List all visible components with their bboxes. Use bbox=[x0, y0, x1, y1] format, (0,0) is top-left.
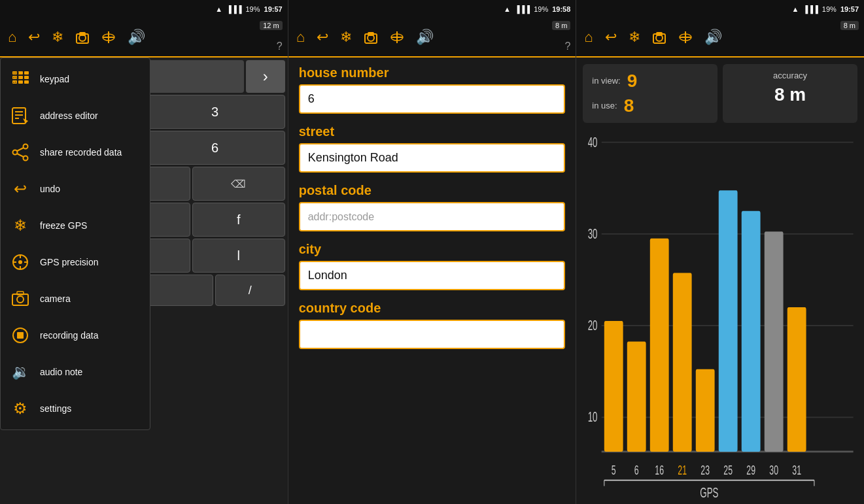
undo-btn-3[interactable]: ↩ bbox=[602, 26, 619, 48]
country-input[interactable] bbox=[299, 320, 566, 349]
freeze-btn-2[interactable]: ❄ bbox=[337, 26, 354, 48]
speaker-btn[interactable]: 🔊 bbox=[125, 26, 148, 48]
svg-rect-10 bbox=[18, 76, 23, 79]
speaker-btn-3[interactable]: 🔊 bbox=[702, 26, 725, 48]
svg-rect-14 bbox=[24, 80, 29, 84]
x-label-30: 30 bbox=[770, 462, 779, 477]
gps-accuracy-box: accuracy 8 m bbox=[723, 64, 857, 123]
menu-label-settings: settings bbox=[40, 403, 71, 414]
gps-chart: 40 30 20 10 bbox=[583, 131, 857, 497]
menu-label-recording: recording data bbox=[40, 330, 99, 341]
battery-label-2: 19% bbox=[534, 5, 548, 13]
svg-text:a b c: a b c bbox=[13, 81, 18, 84]
svg-line-26 bbox=[17, 154, 24, 157]
distance-label-3: 8 m bbox=[840, 21, 859, 30]
bar-6 bbox=[719, 190, 738, 452]
signal-icon: ▐▐▐ bbox=[226, 5, 241, 13]
keyboard-arrow-btn[interactable]: › bbox=[246, 60, 285, 93]
menu-item-gps-precision[interactable]: GPS precision bbox=[1, 244, 150, 280]
svg-point-23 bbox=[24, 156, 28, 161]
city-input[interactable] bbox=[299, 261, 566, 290]
panel1-main: 1 2 3 4 5 6 a b c keypad bbox=[0, 58, 288, 504]
svg-text:4 5 6: 4 5 6 bbox=[13, 76, 20, 79]
camera-btn-3[interactable] bbox=[649, 27, 669, 47]
field-city: city bbox=[299, 242, 566, 290]
key-6[interactable]: 6 bbox=[145, 131, 285, 165]
in-use-value: 8 bbox=[624, 95, 634, 116]
x-label-21: 21 bbox=[678, 462, 687, 477]
time-label-2: 19:58 bbox=[552, 5, 570, 13]
y-label-20: 20 bbox=[588, 316, 598, 333]
menu-label-share: share recorded data bbox=[40, 147, 122, 158]
svg-rect-11 bbox=[24, 76, 29, 79]
menu-item-camera[interactable]: camera bbox=[1, 280, 150, 317]
satellite-btn-2[interactable] bbox=[387, 27, 407, 47]
satellite-btn[interactable] bbox=[99, 27, 118, 47]
menu-label-address-editor: address editor bbox=[40, 110, 98, 122]
wifi-icon-3: ▲ bbox=[792, 5, 799, 13]
home-btn-2[interactable]: ⌂ bbox=[294, 26, 307, 48]
satellite-btn-3[interactable] bbox=[676, 27, 695, 47]
key-slash[interactable]: / bbox=[215, 275, 285, 306]
menu-item-undo[interactable]: ↩ undo bbox=[1, 171, 150, 207]
menu-item-settings[interactable]: ⚙ settings bbox=[1, 390, 150, 427]
distance-label-2: 8 m bbox=[552, 21, 570, 30]
svg-point-24 bbox=[13, 150, 18, 155]
undo-btn-2[interactable]: ↩ bbox=[314, 26, 331, 48]
freeze-btn-3[interactable]: ❄ bbox=[626, 26, 643, 48]
country-label: country code bbox=[299, 301, 566, 316]
bar-3 bbox=[650, 239, 669, 452]
key-l[interactable]: l bbox=[192, 239, 285, 273]
help-btn-2[interactable]: ? bbox=[564, 41, 570, 52]
audio-icon: 🔉 bbox=[9, 360, 32, 384]
home-btn[interactable]: ⌂ bbox=[5, 26, 19, 48]
house-number-input[interactable] bbox=[299, 84, 566, 114]
wifi-icon-2: ▲ bbox=[504, 5, 511, 13]
svg-rect-13 bbox=[18, 80, 23, 84]
svg-rect-8 bbox=[24, 71, 29, 75]
gps-precision-icon bbox=[9, 250, 32, 274]
menu-item-freeze[interactable]: ❄ freeze GPS bbox=[1, 207, 150, 244]
backspace-btn[interactable]: ⌫ bbox=[192, 167, 285, 201]
key-3[interactable]: 3 bbox=[145, 95, 285, 129]
menu-item-audio[interactable]: 🔉 audio note bbox=[1, 354, 150, 390]
menu-item-share[interactable]: share recorded data bbox=[1, 134, 150, 171]
status-bar-3: ▲ ▐▐▐ 19% 19:57 bbox=[576, 0, 864, 18]
x-label-6: 6 bbox=[634, 462, 639, 477]
signal-icon-2: ▐▐▐ bbox=[515, 5, 530, 13]
panel-gps: ▲ ▐▐▐ 19% 19:57 ⌂ ↩ ❄ 🔊 8 m bbox=[576, 0, 864, 504]
menu-item-address-editor[interactable]: address editor bbox=[1, 97, 150, 134]
freeze-btn[interactable]: ❄ bbox=[49, 26, 66, 48]
camera-btn-2[interactable] bbox=[361, 27, 381, 47]
gps-stat-in-view-use: in view: 9 in use: 8 bbox=[583, 64, 717, 123]
camera-menu-icon bbox=[9, 287, 32, 311]
postal-code-input[interactable] bbox=[299, 202, 566, 231]
street-label: street bbox=[299, 124, 566, 139]
recording-icon bbox=[9, 324, 32, 347]
undo-btn[interactable]: ↩ bbox=[26, 26, 43, 48]
status-bar-1: ▲ ▐▐▐ 19% 19:57 bbox=[0, 0, 288, 18]
camera-btn[interactable] bbox=[73, 27, 92, 47]
svg-rect-37 bbox=[17, 332, 24, 339]
street-input[interactable] bbox=[299, 143, 566, 173]
bar-7 bbox=[742, 211, 761, 452]
address-editor-icon bbox=[9, 104, 32, 127]
menu-item-keypad[interactable]: 1 2 3 4 5 6 a b c keypad bbox=[1, 61, 150, 97]
key-f[interactable]: f bbox=[192, 203, 285, 237]
wifi-icon: ▲ bbox=[215, 5, 222, 13]
panel-address: ▲ ▐▐▐ 19% 19:58 ⌂ ↩ ❄ 🔊 8 m ? bbox=[288, 0, 577, 504]
field-postal-code: postal code bbox=[299, 183, 566, 231]
x-label-5: 5 bbox=[612, 462, 616, 477]
gps-stats-row: in view: 9 in use: 8 accuracy 8 m bbox=[583, 64, 857, 123]
in-use-label: in use: bbox=[592, 101, 617, 110]
help-btn[interactable]: ? bbox=[277, 41, 283, 52]
menu-label-gps: GPS precision bbox=[40, 257, 98, 268]
x-label-29: 29 bbox=[747, 462, 756, 477]
field-country: country code bbox=[299, 301, 566, 349]
chart-svg: 40 30 20 10 bbox=[585, 131, 855, 497]
x-label-31: 31 bbox=[793, 462, 802, 477]
speaker-btn-2[interactable]: 🔊 bbox=[413, 26, 436, 48]
house-number-label: house number bbox=[299, 65, 566, 80]
menu-item-recording[interactable]: recording data bbox=[1, 317, 150, 354]
home-btn-3[interactable]: ⌂ bbox=[581, 26, 595, 48]
